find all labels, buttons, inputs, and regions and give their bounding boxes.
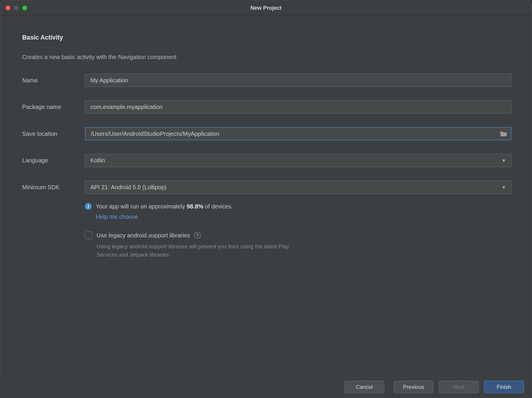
project-form: Name Package name Save location — [22, 74, 512, 259]
location-label: Save location — [22, 130, 85, 137]
maximize-window-button[interactable] — [22, 5, 27, 10]
legacy-support-block: Use legacy android.support libraries ? U… — [85, 231, 511, 259]
dialog-content: Basic Activity Creates a new basic activ… — [0, 15, 531, 374]
package-label: Package name — [22, 104, 85, 110]
chevron-down-icon: ▼ — [502, 158, 506, 163]
name-input[interactable] — [85, 74, 511, 87]
page-title: Basic Activity — [22, 34, 512, 41]
next-button: Next — [439, 381, 479, 393]
language-label: Language — [22, 157, 85, 164]
legacy-support-hint: Using legacy android.support libraries w… — [97, 242, 306, 259]
titlebar: New Project — [0, 0, 531, 15]
previous-button[interactable]: Previous — [394, 381, 434, 393]
window-title: New Project — [0, 5, 531, 11]
help-me-choose-link[interactable]: Help me choose — [96, 213, 138, 220]
language-value: Kotlin — [90, 157, 105, 164]
cancel-button[interactable]: Cancel — [344, 381, 385, 393]
legacy-support-label: Use legacy android.support libraries — [97, 232, 190, 239]
minimize-window-button — [14, 5, 19, 10]
legacy-support-checkbox[interactable] — [85, 231, 92, 239]
new-project-dialog: New Project Basic Activity Creates a new… — [0, 0, 532, 398]
minsdk-select[interactable]: API 21: Android 5.0 (Lollipop) ▼ — [85, 180, 511, 194]
chevron-down-icon: ▼ — [502, 185, 506, 190]
dialog-footer: Cancel Previous Next Finish — [0, 374, 531, 398]
finish-button[interactable]: Finish — [484, 381, 524, 393]
coverage-text: Your app will run on approximately 98.8%… — [96, 203, 233, 210]
package-input[interactable] — [85, 100, 511, 114]
language-select[interactable]: Kotlin ▼ — [85, 154, 511, 167]
minsdk-value: API 21: Android 5.0 (Lollipop) — [90, 184, 167, 191]
window-controls — [5, 5, 27, 10]
name-label: Name — [22, 77, 85, 84]
info-icon: i — [85, 203, 92, 210]
device-coverage-info: i Your app will run on approximately 98.… — [85, 203, 511, 221]
page-description: Creates a new basic activity with the Na… — [22, 53, 512, 60]
save-location-input[interactable] — [85, 127, 511, 140]
help-icon[interactable]: ? — [194, 232, 201, 239]
close-window-button[interactable] — [5, 5, 10, 10]
minsdk-label: Minimum SDK — [22, 184, 85, 191]
